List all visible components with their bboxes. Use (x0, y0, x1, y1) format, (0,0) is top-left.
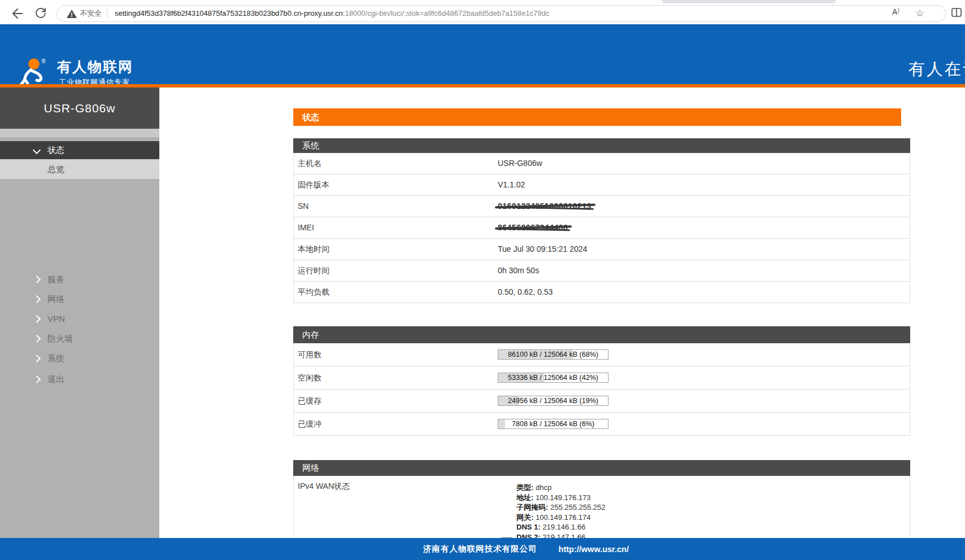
memory-row-buffered: 已缓冲 7808 kB / 125064 kB (6%) (294, 413, 910, 436)
refresh-icon[interactable] (34, 7, 47, 20)
table-row-hostname: 主机名 USR-G806w (294, 153, 910, 174)
wan-detail-gateway: 网关: 100.149.176.174 (516, 513, 606, 523)
table-row-uptime: 运行时间 0h 30m 50s (294, 260, 910, 282)
row-label: 已缓冲 (298, 413, 321, 435)
main-content: 状态 系统 主机名 USR-G806w 固件版本 V1.1.02 SN 0160… (159, 88, 965, 538)
wan-details: 类型: dhcp 地址: 100.149.176.173 子网掩码: 255.2… (516, 483, 606, 542)
svg-text:®: ® (41, 58, 46, 64)
chevron-right-icon (33, 275, 41, 283)
row-label: 运行时间 (298, 260, 329, 281)
row-label: 主机名 (298, 153, 321, 174)
row-value: 0.50, 0.62, 0.53 (498, 282, 553, 303)
row-label: 本地时间 (298, 239, 329, 260)
device-name: USR-G806w (0, 88, 159, 129)
row-label: 平均负载 (298, 282, 329, 303)
memory-bar-text: 86100 kB / 125064 kB (68%) (498, 350, 608, 359)
redacted-sn: 01601224051000010213 (498, 196, 592, 217)
row-label: SN (298, 196, 308, 217)
sidebar-item-vpn[interactable]: VPN (0, 309, 159, 329)
memory-bar-text: 7808 kB / 125064 kB (6%) (498, 419, 608, 428)
row-value: Tue Jul 30 09:15:21 2024 (498, 239, 587, 260)
not-secure-label[interactable]: 不安全 (80, 6, 102, 21)
sidebar-item-firewall[interactable]: 防火墙 (0, 329, 159, 348)
memory-section-header: 内存 (293, 326, 910, 343)
sidebar: USR-G806w 状态 总览 服务 网络 VPN 防火墙 系统 退出 (0, 88, 159, 538)
sidebar-item-label: 状态 (47, 141, 64, 159)
table-row-sn: SN 01601224051000010213 (294, 196, 910, 217)
chevron-right-icon (33, 315, 41, 323)
back-icon[interactable] (10, 7, 24, 20)
sidebar-item-label: 退出 (47, 369, 64, 389)
row-label: 可用数 (298, 343, 321, 366)
sidebar-item-network[interactable]: 网络 (0, 289, 159, 309)
wan-detail-type: 类型: dhcp (516, 483, 606, 493)
sidebar-item-services[interactable]: 服务 (0, 269, 159, 289)
memory-section: 内存 可用数 86100 kB / 125064 kB (68%) 空闲数 53… (293, 326, 910, 436)
table-row-loadavg: 平均负载 0.50, 0.62, 0.53 (294, 282, 910, 303)
row-label: 空闲数 (298, 366, 321, 389)
memory-bar-text: 24956 kB / 125064 kB (19%) (498, 396, 608, 405)
address-bar[interactable]: 不安全 settingd4f53d378f6b2f43104875fa75321… (56, 5, 946, 22)
row-value-redacted: 864560067344400 (498, 217, 568, 238)
footer-company: 济南有人物联网技术有限公司 (423, 544, 537, 554)
address-divider (107, 9, 107, 18)
memory-bar: 7808 kB / 125064 kB (6%) (498, 419, 608, 429)
sidebar-strip (0, 129, 159, 137)
chevron-down-icon (33, 146, 41, 154)
row-value: 0h 30m 50s (498, 260, 539, 281)
sidebar-item-logout[interactable]: 退出 (0, 369, 159, 389)
memory-bar: 24956 kB / 125064 kB (19%) (498, 396, 608, 406)
sidebar-item-label: VPN (47, 309, 65, 329)
sidebar-item-label: 防火墙 (47, 329, 73, 348)
chevron-right-icon (33, 375, 41, 383)
browser-chrome: 不安全 settingd4f53d378f6b2f43104875fa75321… (0, 0, 965, 24)
redacted-imei: 864560067344400 (498, 217, 568, 238)
sidebar-item-status[interactable]: 状态 (0, 141, 159, 159)
footer: 济南有人物联网技术有限公司 http://www.usr.cn/ (0, 538, 965, 560)
system-section-header: 系统 (293, 138, 910, 153)
split-screen-icon[interactable] (951, 7, 962, 18)
wan-status-label: IPv4 WAN状态 (298, 482, 350, 492)
memory-row-total: 可用数 86100 kB / 125064 kB (68%) (294, 343, 910, 366)
memory-bar: 86100 kB / 125064 kB (68%) (498, 349, 608, 360)
sidebar-item-label: 系统 (47, 348, 64, 368)
url-host: settingd4f53d378f6b2f43104875fa7532183b0… (115, 9, 343, 18)
sidebar-item-label: 总览 (47, 159, 64, 179)
system-section: 系统 主机名 USR-G806w 固件版本 V1.1.02 SN 0160122… (293, 138, 910, 303)
wan-detail-dns1: DNS 1: 219.146.1.66 (516, 522, 606, 532)
row-label: 已缓存 (298, 390, 321, 412)
memory-row-cached: 已缓存 24956 kB / 125064 kB (19%) (294, 390, 910, 413)
memory-bar-text: 53336 kB / 125064 kB (42%) (498, 373, 608, 382)
usr-logo-icon: ® (14, 57, 54, 84)
sidebar-item-overview[interactable]: 总览 (0, 159, 159, 179)
not-secure-warning-icon (66, 8, 77, 20)
favorite-star-icon[interactable]: ☆ (914, 7, 926, 20)
table-row-localtime: 本地时间 Tue Jul 30 09:15:21 2024 (294, 239, 910, 260)
wan-detail-netmask: 子网掩码: 255.255.255.252 (516, 502, 606, 513)
brand-subtitle: 工业物联网通信专家 (59, 77, 130, 84)
row-value: USR-G806w (498, 153, 542, 174)
table-row-firmware: 固件版本 V1.1.02 (294, 174, 910, 196)
row-label: 固件版本 (298, 174, 329, 195)
memory-bar: 53336 kB / 125064 kB (42%) (498, 373, 608, 383)
header-slogan: 有人在认真做事 (909, 58, 965, 82)
sidebar-item-system[interactable]: 系统 (0, 348, 159, 368)
sidebar-item-label: 网络 (47, 289, 64, 309)
footer-link[interactable]: http://www.usr.cn/ (559, 545, 629, 554)
chevron-right-icon (33, 295, 41, 303)
url-text[interactable]: settingd4f53d378f6b2f43104875fa7532183b0… (115, 6, 549, 21)
row-value-redacted: 01601224051000010213 (498, 196, 592, 217)
table-row-imei: IMEI 864560067344400 (294, 217, 910, 239)
read-aloud-icon[interactable]: A⟩ (892, 7, 905, 20)
url-path: :18000/cgi-bin/luci/;stok=a9fc6d48672baa… (343, 9, 549, 18)
browser-tab-strip (0, 0, 965, 3)
chevron-right-icon (33, 355, 41, 362)
chevron-right-icon (33, 335, 41, 343)
wan-detail-address: 地址: 100.149.176.173 (516, 493, 606, 503)
sidebar-item-label: 服务 (47, 269, 64, 289)
app-header: ® 有人物联网 工业物联网通信专家 有人在认真做事 自动刷新 开 (0, 24, 965, 84)
row-value: V1.1.02 (498, 174, 525, 195)
network-section-header: 网络 (293, 460, 910, 476)
page-title-banner: 状态 (293, 108, 901, 126)
row-label: IMEI (298, 217, 314, 238)
